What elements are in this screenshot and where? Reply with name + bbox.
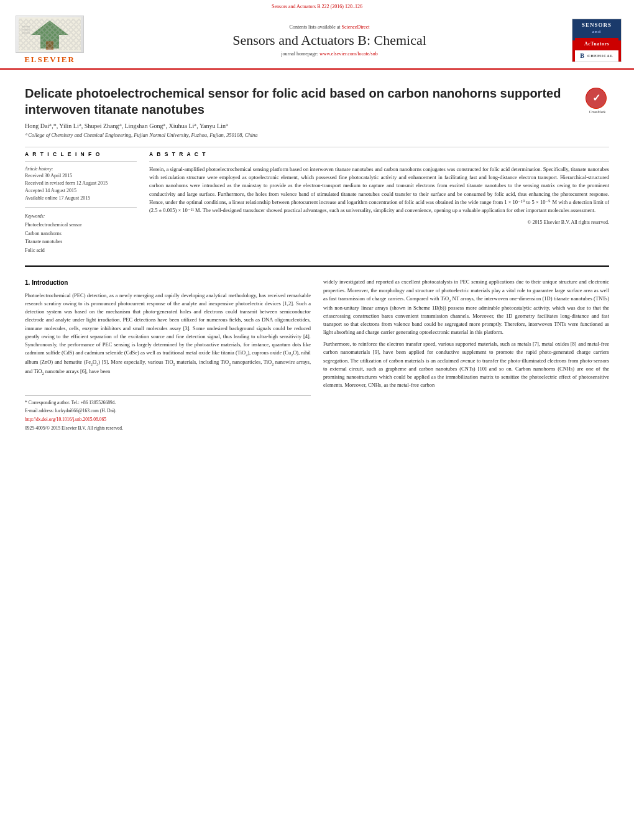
intro-para3: Furthermore, to reinforce the electron t…	[323, 340, 609, 389]
history-label: Article history:	[25, 165, 137, 172]
intro-para2: widely investigated and reported as exce…	[323, 278, 609, 336]
sensors-logo-inner: SENSORS and AcTuators B CHEMICAL	[572, 19, 621, 62]
doi-line: http://dx.doi.org/10.1016/j.snb.2015.08.…	[25, 416, 311, 423]
journal-title-center: Contents lists available at ScienceDirec…	[87, 24, 572, 57]
journal-ref-bar: Sensors and Actuators B 222 (2016) 120–1…	[12, 4, 622, 9]
svg-rect-2	[46, 41, 53, 50]
contents-line: Contents lists available at ScienceDirec…	[87, 24, 572, 30]
article-authors: Hong Daiᵃ,*, Yilin Liᵃ, Shupei Zhangᵃ, L…	[25, 122, 578, 129]
corresponding-note: * Corresponding author. Tel.: +86 130552…	[25, 399, 311, 407]
chemical-text: CHEMICAL	[587, 53, 613, 58]
page: Sensors and Actuators B 222 (2016) 120–1…	[0, 0, 634, 840]
svg-marker-1	[31, 21, 68, 48]
keyword-1: Photoelectrochemical sensor	[25, 221, 137, 229]
divider-below-abstract-heading	[149, 161, 609, 162]
homepage-link[interactable]: www.elsevier.com/locate/snb	[319, 51, 378, 57]
actuators-text: AcTuators	[584, 41, 609, 47]
article-info-abstract-columns: A R T I C L E I N F O Article history: R…	[25, 151, 609, 254]
elsevier-text-label: ELSEVIER	[24, 55, 75, 65]
journal-ref: Sensors and Actuators B 222 (2016) 120–1…	[272, 4, 362, 9]
abstract-heading: A B S T R A C T	[149, 151, 609, 157]
body-columns: 1. Introduction Photoelectrochemical (PE…	[25, 278, 609, 433]
article-title-section: Delicate photoelectrochemical sensor for…	[25, 76, 609, 143]
crossmark-label: CrossMark	[586, 110, 609, 114]
and-text: and	[592, 29, 601, 34]
article-title-text: Delicate photoelectrochemical sensor for…	[25, 85, 578, 138]
keywords-label: Keywords:	[25, 213, 137, 221]
keywords-block: Keywords: Photoelectrochemical sensor Ca…	[25, 213, 137, 254]
email-note: E-mail address: luckydai666@163.com (H. …	[25, 407, 311, 415]
crossmark-logo: ✓ CrossMark	[586, 88, 609, 114]
article-content: Delicate photoelectrochemical sensor for…	[0, 70, 634, 261]
intro-title: 1. Introduction	[25, 278, 311, 288]
copyright-line: © 2015 Elsevier B.V. All rights reserved…	[149, 219, 609, 225]
keyword-4: Folic acid	[25, 246, 137, 255]
article-title: Delicate photoelectrochemical sensor for…	[25, 85, 578, 118]
sensors-logo: SENSORS and AcTuators B CHEMICAL	[572, 19, 622, 62]
online-date: Available online 17 August 2015	[25, 195, 137, 202]
abstract-text: Herein, a signal-amplified photoelectroc…	[149, 165, 609, 215]
article-info-column: A R T I C L E I N F O Article history: R…	[25, 151, 137, 254]
issn-line: 0925-4005/© 2015 Elsevier B.V. All right…	[25, 425, 311, 432]
divider-below-history	[25, 207, 137, 208]
journal-header: Sensors and Actuators B 222 (2016) 120–1…	[0, 0, 634, 70]
received-date: Received 30 April 2015	[25, 172, 137, 180]
svg-rect-0	[19, 17, 81, 52]
keyword-2: Carbon nanohorns	[25, 229, 137, 238]
keyword-3: Titanate nanotubes	[25, 238, 137, 246]
elsevier-logo: ELSEVIER	[12, 16, 87, 65]
crossmark-icon: ✓	[586, 88, 607, 109]
main-body: 1. Introduction Photoelectrochemical (PE…	[0, 272, 634, 439]
divider-below-article-info-heading	[25, 161, 137, 162]
article-info-heading: A R T I C L E I N F O	[25, 151, 137, 157]
main-divider	[25, 265, 609, 267]
doi-link[interactable]: http://dx.doi.org/10.1016/j.snb.2015.08.…	[25, 417, 106, 422]
article-affiliation: ᵃ College of Chemistry and Chemical Engi…	[25, 132, 578, 138]
body-col-right: widely investigated and reported as exce…	[323, 278, 609, 433]
elsevier-logo-image	[16, 16, 84, 53]
revised-date: Received in revised form 12 August 2015	[25, 180, 137, 187]
svg-text:✓: ✓	[592, 93, 600, 103]
b-letter: B	[580, 52, 585, 60]
accepted-date: Accepted 14 August 2015	[25, 187, 137, 195]
article-history: Article history: Received 30 April 2015 …	[25, 165, 137, 202]
footnote-area: * Corresponding author. Tel.: +86 130552…	[25, 395, 311, 432]
homepage-line: journal homepage: www.elsevier.com/locat…	[87, 51, 572, 57]
divider-after-title	[25, 147, 609, 147]
abstract-column: A B S T R A C T Herein, a signal-amplifi…	[149, 151, 609, 254]
journal-title: Sensors and Actuators B: Chemical	[87, 32, 572, 48]
body-col-left: 1. Introduction Photoelectrochemical (PE…	[25, 278, 311, 433]
intro-para1: Photoelectrochemical (PEC) detection, as…	[25, 292, 311, 377]
journal-banner: ELSEVIER Contents lists available at Sci…	[12, 12, 622, 68]
sensors-text: SENSORS	[582, 22, 612, 28]
sciencedirect-link[interactable]: ScienceDirect	[342, 24, 370, 30]
